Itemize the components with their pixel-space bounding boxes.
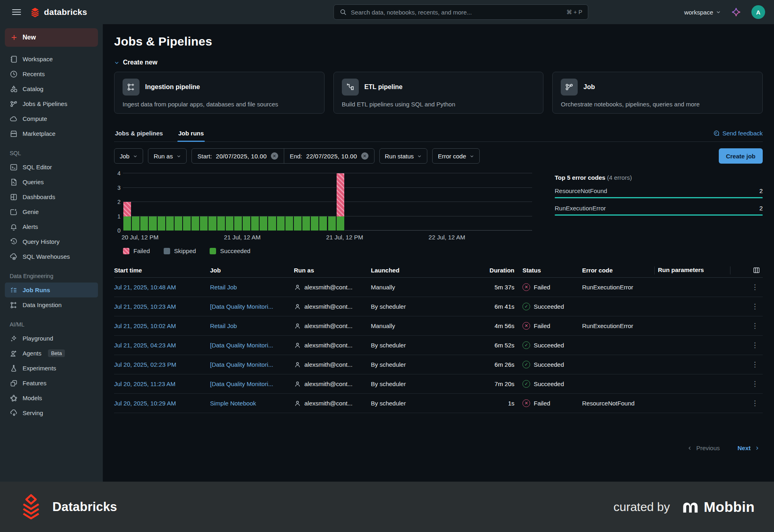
chart-bar[interactable] (293, 216, 302, 231)
chart-bar[interactable] (328, 216, 336, 231)
row-actions-kebab-icon[interactable]: ⋮ (730, 360, 763, 369)
chart-bar[interactable] (242, 216, 251, 231)
sidebar-item-agents[interactable]: Agents Beta (5, 346, 98, 361)
run-start-time-link[interactable]: Jul 20, 2025, 11:23 AM (114, 380, 210, 387)
filter-error-code[interactable]: Error code (432, 148, 480, 164)
chart-bar[interactable] (251, 216, 259, 231)
chart-bar[interactable] (148, 216, 157, 231)
previous-page-button[interactable]: Previous (687, 445, 720, 451)
chart-bar[interactable] (319, 216, 327, 231)
assistant-sparkle-icon[interactable] (731, 7, 741, 17)
sidebar-item-queries[interactable]: Queries (5, 175, 98, 189)
run-start-time-link[interactable]: Jul 21, 2025, 10:02 AM (114, 322, 210, 329)
chart-bar[interactable] (166, 216, 174, 231)
clear-end-date-icon[interactable]: ✕ (361, 152, 368, 160)
sidebar-item-jobs-pipelines[interactable]: Jobs & Pipelines (5, 96, 98, 111)
table-row[interactable]: Jul 20, 2025, 10:29 AM Simple Notebook a… (114, 394, 763, 413)
sidebar-item-alerts[interactable]: Alerts (5, 219, 98, 234)
chart-bar[interactable] (234, 216, 242, 231)
chart-bar[interactable] (174, 216, 183, 231)
chart-bar[interactable] (277, 216, 285, 231)
error-code-row[interactable]: ResourceNotFound 2 (555, 187, 763, 198)
table-row[interactable]: Jul 21, 2025, 10:48 AM Retail Job alexsm… (114, 278, 763, 297)
sidebar-item-marketplace[interactable]: Marketplace (5, 126, 98, 141)
sidebar-item-compute[interactable]: Compute (5, 111, 98, 126)
col-error-code[interactable]: Error code (579, 267, 654, 274)
row-actions-kebab-icon[interactable]: ⋮ (730, 341, 763, 349)
clear-start-date-icon[interactable]: ✕ (271, 152, 278, 160)
column-picker-icon[interactable] (730, 266, 763, 274)
legend-succeeded[interactable]: Succeeded (210, 247, 250, 254)
sidebar-item-serving[interactable]: Serving (5, 405, 98, 420)
create-job-button[interactable]: Create job (719, 148, 763, 164)
chart-bar[interactable] (200, 216, 208, 231)
run-start-time-link[interactable]: Jul 21, 2025, 10:48 AM (114, 284, 210, 291)
sidebar-item-dashboards[interactable]: Dashboards (5, 189, 98, 204)
row-actions-kebab-icon[interactable]: ⋮ (730, 380, 763, 388)
job-link[interactable]: Retail Job (210, 322, 294, 329)
chart-bar[interactable] (131, 216, 140, 231)
job-link[interactable]: [Data Quality Monitori... (210, 303, 294, 310)
chart-bar[interactable] (259, 216, 268, 231)
run-start-time-link[interactable]: Jul 21, 2025, 10:23 AM (114, 303, 210, 310)
card-ingestion-pipeline[interactable]: Ingestion pipeline Ingest data from popu… (114, 72, 325, 114)
sidebar-item-sql-editor[interactable]: SQL Editor (5, 160, 98, 175)
col-job[interactable]: Job (210, 267, 294, 274)
sidebar-item-recents[interactable]: Recents (5, 66, 98, 81)
sidebar-item-playground[interactable]: Playground (5, 331, 98, 346)
table-row[interactable]: Jul 21, 2025, 04:23 AM [Data Quality Mon… (114, 336, 763, 355)
chart-bar[interactable] (140, 216, 148, 231)
col-run-as[interactable]: Run as (294, 267, 371, 274)
chart-bar[interactable] (217, 216, 225, 231)
job-link[interactable]: [Data Quality Monitori... (210, 380, 294, 387)
legend-failed[interactable]: Failed (123, 247, 150, 254)
sidebar-item-models[interactable]: Models (5, 391, 98, 405)
sidebar-item-workspace[interactable]: Workspace (5, 52, 98, 66)
filter-run-status[interactable]: Run status (379, 148, 428, 164)
chart-bar[interactable] (191, 216, 200, 231)
sidebar-item-data-ingestion[interactable]: Data Ingestion (5, 297, 98, 312)
chart-bar[interactable] (225, 216, 234, 231)
sidebar-item-job-runs[interactable]: Job Runs (5, 283, 98, 297)
col-start-time[interactable]: Start time (114, 267, 210, 274)
sidebar-item-genie[interactable]: Genie (5, 204, 98, 219)
sidebar-item-catalog[interactable]: Catalog (5, 81, 98, 96)
col-duration[interactable]: Duration (456, 267, 514, 274)
table-row[interactable]: Jul 21, 2025, 10:23 AM [Data Quality Mon… (114, 297, 763, 316)
card-etl-pipeline[interactable]: ETL pipeline Build ETL pipelines using S… (333, 72, 544, 114)
run-start-time-link[interactable]: Jul 20, 2025, 02:23 PM (114, 361, 210, 368)
filter-run-as[interactable]: Run as (148, 148, 187, 164)
sidebar-item-experiments[interactable]: Experiments (5, 361, 98, 376)
run-start-time-link[interactable]: Jul 21, 2025, 04:23 AM (114, 342, 210, 349)
chart-bar[interactable] (123, 202, 131, 231)
row-actions-kebab-icon[interactable]: ⋮ (730, 283, 763, 291)
legend-skipped[interactable]: Skipped (164, 247, 196, 254)
sidebar-item-query-history[interactable]: Query History (5, 234, 98, 249)
job-link[interactable]: [Data Quality Monitori... (210, 342, 294, 349)
row-actions-kebab-icon[interactable]: ⋮ (730, 322, 763, 330)
filter-job[interactable]: Job (114, 148, 143, 164)
workspace-switcher[interactable]: workspace (684, 9, 721, 16)
col-launched[interactable]: Launched (371, 267, 456, 274)
error-code-row[interactable]: RunExecutionError 2 (555, 205, 763, 216)
row-actions-kebab-icon[interactable]: ⋮ (730, 302, 763, 311)
end-date-filter[interactable]: End: 22/07/2025, 10.00 ✕ (284, 149, 374, 163)
table-row[interactable]: Jul 20, 2025, 11:23 AM [Data Quality Mon… (114, 374, 763, 394)
row-actions-kebab-icon[interactable]: ⋮ (730, 399, 763, 407)
job-link[interactable]: Retail Job (210, 284, 294, 291)
chart-bar[interactable] (268, 216, 276, 231)
create-new-toggle[interactable]: Create new (114, 59, 763, 66)
chart-bar[interactable] (208, 216, 216, 231)
chart-bar[interactable] (183, 216, 191, 231)
next-page-button[interactable]: Next (737, 445, 759, 451)
col-status[interactable]: Status (514, 267, 579, 274)
start-date-filter[interactable]: Start: 20/07/2025, 10.00 ✕ (192, 149, 284, 163)
menu-icon[interactable] (12, 9, 21, 15)
chart-bar[interactable] (285, 216, 293, 231)
card-job[interactable]: Job Orchestrate notebooks, pipelines, qu… (552, 72, 763, 114)
job-link[interactable]: Simple Notebook (210, 400, 294, 407)
table-row[interactable]: Jul 21, 2025, 10:02 AM Retail Job alexsm… (114, 316, 763, 336)
job-link[interactable]: [Data Quality Monitori... (210, 361, 294, 368)
col-run-parameters[interactable]: Run parameters (654, 266, 730, 274)
chart-bar[interactable] (157, 216, 166, 231)
